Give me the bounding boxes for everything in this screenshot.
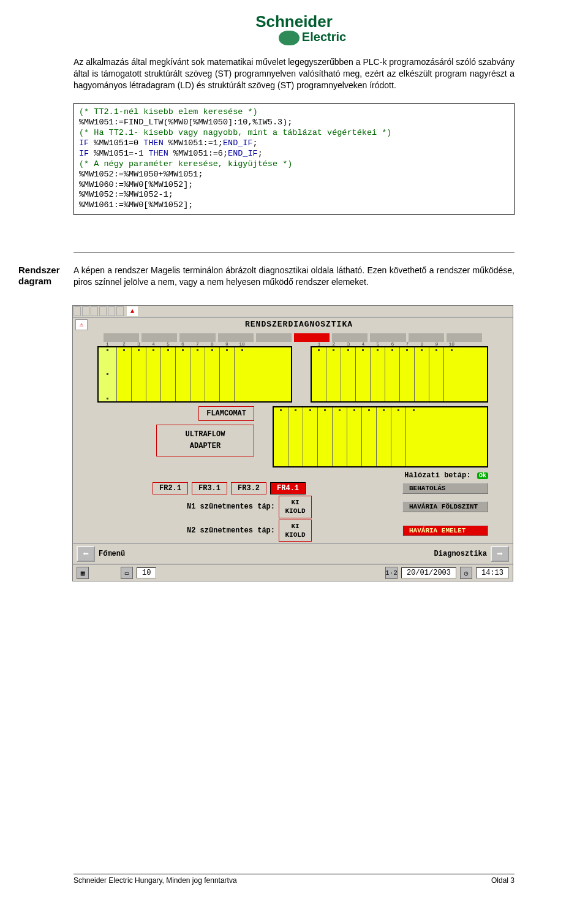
fr-button[interactable]: FR2.1 — [153, 482, 188, 494]
status-cell — [332, 333, 368, 342]
status-behatolas[interactable]: BEHATOLÁS — [402, 483, 488, 494]
tab-icon[interactable] — [74, 306, 81, 316]
intro-paragraph: Az alkalmazás által megkívánt sok matema… — [74, 56, 514, 91]
diagnostic-screenshot: ▲ ⚠ RENDSZERDIAGNOSZTIKA 1 2 3 4 — [72, 305, 513, 581]
tab-icon[interactable] — [99, 306, 107, 316]
calendar-icon[interactable]: 1·2 — [385, 567, 398, 579]
tab-icon[interactable] — [108, 306, 115, 316]
st-code-sample: (* TT2.1-nél kisebb elem keresése *) %MW… — [74, 103, 514, 215]
section-description: A képen a rendszer Magelis terminálon áb… — [74, 265, 514, 288]
n1-label: N1 szünetmentes táp: — [153, 502, 275, 511]
status-havaria-foldszint[interactable]: HAVÁRIA FÖLDSZINT — [402, 501, 488, 512]
logo-sub: Electric — [302, 30, 346, 44]
clock-icon — [460, 567, 472, 579]
halozati-betap-label: Hálózati betáp: — [404, 471, 470, 480]
plc-rack-lower — [273, 406, 488, 467]
ultraflow-adapter-label: ULTRAFLOWADAPTER — [156, 425, 254, 456]
tab-icon[interactable] — [116, 306, 124, 316]
status-cell — [409, 333, 444, 342]
status-cell — [104, 333, 139, 342]
plc-rack-left: 1 2 3 4 5 6 7 8 9 10 — [97, 346, 292, 403]
status-cell — [447, 333, 482, 342]
status-cell — [218, 333, 254, 342]
nav-back-button[interactable]: ⬅ — [77, 546, 95, 562]
diag-title: RENDSZERDIAGNOSZTIKA — [88, 320, 510, 329]
warn-icon[interactable]: ▲ — [127, 306, 138, 316]
ki-kiold-box: KIKIOLD — [279, 496, 312, 518]
section-heading: Rendszer dagram — [18, 265, 70, 287]
alarm-icon[interactable]: ⚠ — [75, 319, 88, 330]
page-number-field[interactable]: 10 — [137, 567, 156, 578]
n2-label: N2 szünetmentes táp: — [153, 526, 275, 535]
fr-button-alert[interactable]: FR4.1 — [270, 482, 306, 494]
ki-kiold-box: KIKIOLD — [279, 520, 312, 542]
date-field: 20/01/2003 — [401, 567, 456, 578]
cube-icon[interactable]: ▦ — [77, 567, 89, 579]
status-havaria-emelet[interactable]: HAVÁRIA EMELET — [402, 525, 488, 536]
diag-bottom-bar: ▦ ▭ 10 1·2 20/01/2003 14:13 — [73, 564, 513, 581]
page-icon[interactable]: ▭ — [121, 567, 133, 579]
diag-tab-strip: ▲ — [73, 306, 513, 318]
status-cell — [256, 333, 292, 342]
tab-icon[interactable] — [91, 306, 98, 316]
status-cell — [141, 333, 177, 342]
status-cell-alert — [294, 333, 330, 342]
footer-left: Schneider Electric Hungary, Minden jog f… — [74, 876, 237, 885]
footer-right: Oldal 3 — [491, 876, 514, 885]
schneider-logo: Schneider Electric — [74, 12, 514, 45]
fr-button[interactable]: FR3.2 — [231, 482, 266, 494]
nav-left-label: Főmenü — [99, 550, 125, 558]
tab-icon[interactable] — [82, 306, 89, 316]
status-cell — [179, 333, 215, 342]
section-divider — [74, 252, 514, 252]
status-cell — [370, 333, 405, 342]
flamcomat-label: FLAMCOMAT — [198, 406, 254, 421]
fr-button[interactable]: FR3.1 — [192, 482, 227, 494]
time-field: 14:13 — [476, 567, 509, 578]
nav-right-label: Diagnosztika — [434, 550, 487, 558]
logo-main: Schneider — [255, 12, 333, 31]
plc-rack-right: 1 2 3 4 5 6 7 8 9 10 — [311, 346, 488, 403]
ok-badge: Ok — [477, 472, 488, 479]
nav-forward-button[interactable]: ➡ — [491, 546, 509, 562]
